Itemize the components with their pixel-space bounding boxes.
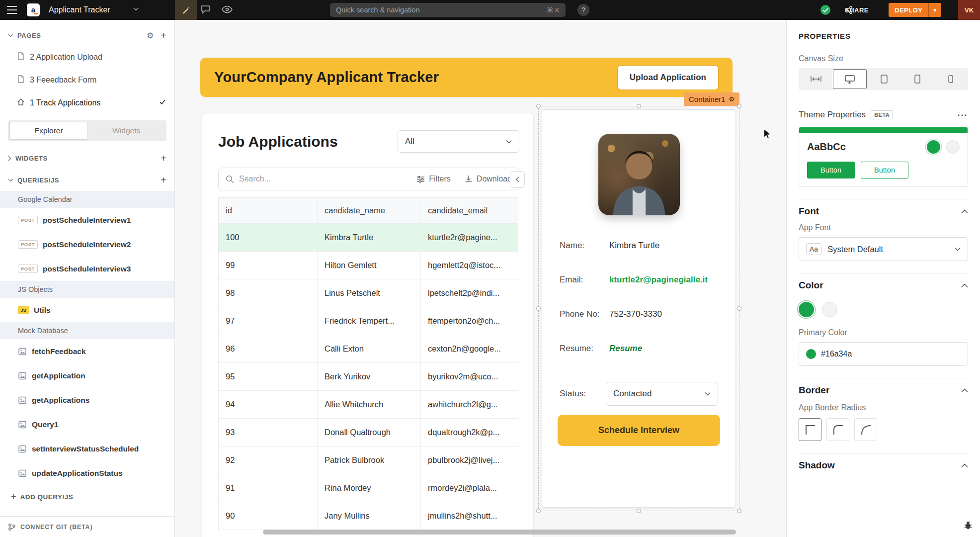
- query-item[interactable]: updateApplicationStatus: [0, 461, 174, 485]
- deploy-caret-icon[interactable]: ▾: [929, 7, 941, 13]
- table-row[interactable]: 99Hilton Gemletthgemlett2q@istoc...: [219, 252, 518, 279]
- fluid-width-button[interactable]: [800, 69, 832, 89]
- caret-down-icon[interactable]: [8, 34, 13, 37]
- resize-handle[interactable]: [536, 104, 541, 108]
- table-row[interactable]: 91Rina Mordeyrmordey2i@plala...: [219, 474, 518, 502]
- table-row[interactable]: 96Calli Extoncexton2n@google...: [219, 335, 518, 363]
- debug-bug-icon[interactable]: [963, 520, 973, 532]
- sidebar-item-page[interactable]: 3 Feeedback Form: [0, 69, 174, 91]
- query-item[interactable]: getApplications: [0, 388, 174, 412]
- download-button[interactable]: Download: [465, 175, 512, 183]
- hamburger-menu-icon[interactable]: [7, 5, 17, 14]
- query-item[interactable]: getApplication: [0, 363, 174, 388]
- chevron-down-icon: [506, 140, 512, 144]
- shadow-section-header[interactable]: Shadow: [799, 453, 968, 477]
- query-item[interactable]: fetchFeedback: [0, 339, 174, 363]
- resize-handle[interactable]: [737, 104, 741, 108]
- font-section-header[interactable]: Font: [799, 199, 968, 223]
- help-button[interactable]: ?: [577, 4, 589, 16]
- desktop-size-button[interactable]: [833, 69, 866, 89]
- resize-handle[interactable]: [737, 509, 741, 513]
- radius-rounded-button[interactable]: [826, 418, 849, 441]
- user-avatar[interactable]: VK: [958, 0, 980, 20]
- query-item[interactable]: JSUtils: [0, 298, 174, 322]
- app-title[interactable]: Applicant Tracker: [49, 5, 110, 14]
- tab-explorer[interactable]: Explorer: [9, 122, 88, 140]
- table-row[interactable]: 90Jany Mullinsjmullins2h@shutt...: [219, 502, 518, 530]
- filters-button[interactable]: Filters: [416, 175, 451, 183]
- widget-settings-icon[interactable]: ⚙: [729, 95, 735, 103]
- edit-mode-button[interactable]: [175, 0, 197, 20]
- field-value[interactable]: Resume: [609, 344, 642, 354]
- table-row[interactable]: 92Patrick Bulbrookpbulbrook2j@livej...: [219, 447, 518, 474]
- mobile-large-size-button[interactable]: [901, 69, 933, 89]
- column-header-name[interactable]: candidate_name: [317, 198, 420, 223]
- resize-handle[interactable]: [536, 509, 541, 513]
- app-canvas: YourCompany Applicant Tracker Upload App…: [175, 20, 786, 537]
- widgets-header-row[interactable]: WIDGETS +: [0, 147, 174, 169]
- radius-sharp-button[interactable]: [799, 418, 821, 441]
- add-widget-icon[interactable]: +: [161, 153, 166, 163]
- theme-color-secondary-swatch[interactable]: [946, 140, 960, 154]
- column-header-id[interactable]: id: [219, 198, 317, 223]
- table-row[interactable]: 93Donall Qualtroughdqualtrough2k@p...: [219, 419, 518, 447]
- sidebar-item-page[interactable]: 1 Track Applications: [0, 91, 174, 114]
- pages-settings-icon[interactable]: ⚙: [147, 31, 154, 40]
- share-button[interactable]: SHARE: [845, 6, 852, 14]
- collapse-panel-button[interactable]: [510, 171, 525, 188]
- container-widget-tag[interactable]: Container1 ⚙: [684, 92, 739, 106]
- plus-icon: +: [11, 492, 16, 502]
- queries-header-row[interactable]: QUERIES/JS +: [0, 169, 174, 191]
- header-banner-widget[interactable]: YourCompany Applicant Tracker Upload App…: [200, 58, 733, 97]
- status-filter-select[interactable]: All: [398, 130, 519, 153]
- sidebar-item-page[interactable]: 2 Application Upload: [0, 46, 174, 69]
- upload-application-button[interactable]: Upload Application: [617, 65, 719, 90]
- theme-button-filled-preview[interactable]: Button: [807, 162, 855, 179]
- add-query-icon[interactable]: +: [161, 175, 166, 185]
- query-item[interactable]: setInterviewStatusScheduled: [0, 437, 174, 461]
- radius-curve-button[interactable]: [854, 418, 877, 441]
- query-item[interactable]: POSTpostScheduleInterview3: [0, 257, 174, 281]
- table-row[interactable]: 98Linus Petscheltlpetschelt2p@indi...: [219, 279, 518, 307]
- resize-handle[interactable]: [737, 306, 741, 311]
- theme-color-primary-swatch[interactable]: [927, 140, 940, 154]
- cell-candidate-email: ftemperton2o@ch...: [420, 307, 518, 335]
- border-section-header[interactable]: Border: [799, 378, 968, 402]
- theme-button-outline-preview[interactable]: Button: [861, 162, 908, 179]
- horizontal-scrollbar[interactable]: [263, 530, 736, 535]
- schedule-interview-button[interactable]: Schedule Interview: [558, 415, 720, 446]
- field-value[interactable]: kturtle2r@paginegialle.it: [609, 275, 708, 285]
- white-color-swatch[interactable]: [822, 302, 837, 317]
- status-select[interactable]: Contacted: [606, 382, 718, 406]
- column-header-email[interactable]: candidate_email: [420, 198, 518, 223]
- page-label: 1 Track Applications: [30, 98, 159, 107]
- quick-search[interactable]: Quick search & navigation ⌘ K: [330, 3, 566, 17]
- resize-handle[interactable]: [637, 509, 641, 513]
- tab-widgets[interactable]: Widgets: [88, 122, 165, 140]
- query-item[interactable]: POSTpostScheduleInterview2: [0, 232, 174, 257]
- theme-accent-bar: [799, 127, 968, 133]
- tablet-size-button[interactable]: [868, 69, 900, 89]
- mobile-size-button[interactable]: [935, 69, 967, 89]
- add-page-icon[interactable]: +: [161, 30, 166, 40]
- query-item[interactable]: POSTpostScheduleInterview1: [0, 208, 174, 232]
- color-section-header[interactable]: Color: [799, 273, 968, 297]
- add-query-js-button[interactable]: + ADD QUERY/JS: [0, 485, 174, 508]
- candidate-fields: Name:Kimbra TurtleEmail:kturtle2r@pagine…: [560, 228, 718, 365]
- table-row[interactable]: 100Kimbra Turtlekturtle2r@pagine...: [219, 224, 518, 252]
- table-row[interactable]: 97Friedrick Tempert...ftemperton2o@ch...: [219, 307, 518, 335]
- green-color-swatch[interactable]: [799, 302, 814, 317]
- deploy-button[interactable]: DEPLOY ▾: [889, 3, 941, 17]
- app-logo[interactable]: a: [27, 3, 40, 16]
- table-row[interactable]: 95Berk Yurikovbyurikov2m@uco...: [219, 363, 518, 391]
- connect-git-button[interactable]: CONNECT GIT (BETA): [0, 516, 174, 537]
- primary-color-field[interactable]: #16a34a: [799, 342, 968, 366]
- app-font-select[interactable]: Aa System Default: [799, 237, 968, 261]
- candidate-detail-container[interactable]: Name:Kimbra TurtleEmail:kturtle2r@pagine…: [542, 109, 736, 508]
- query-groups: Google CalendarPOSTpostScheduleInterview…: [0, 191, 174, 485]
- resize-handle[interactable]: [536, 306, 541, 311]
- table-row[interactable]: 94Allie Whitchurchawhitchurch2l@g...: [219, 391, 518, 419]
- table-search-input[interactable]: [239, 175, 403, 183]
- query-item[interactable]: Query1: [0, 412, 174, 437]
- resize-handle[interactable]: [637, 104, 641, 108]
